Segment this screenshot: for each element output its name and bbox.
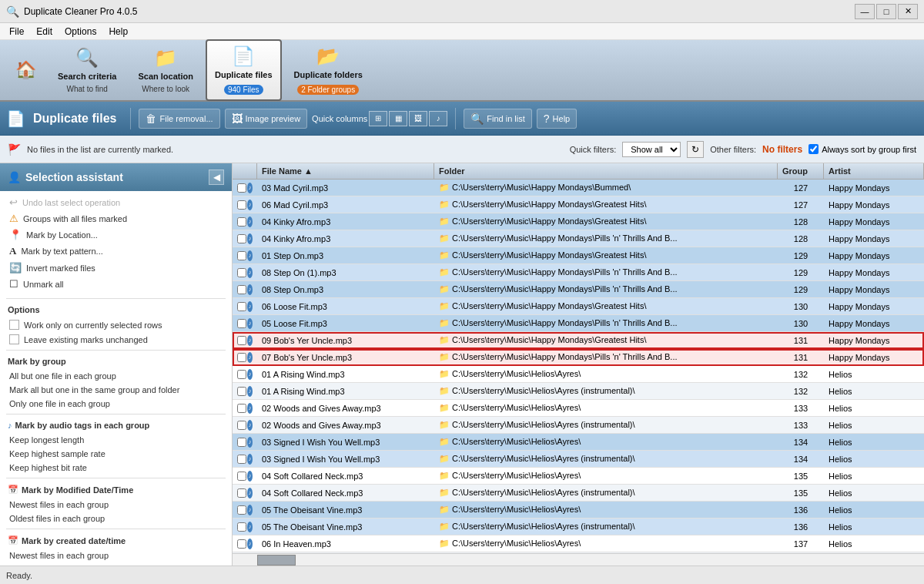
table-row[interactable]: ♪ 02 Woods and Gives Away.mp3 📁C:\Users\… [233,417,924,434]
always-sort-label[interactable]: Always sort by group first [808,144,916,154]
invert-marked-button[interactable]: 🔄 Invert marked files [0,260,232,276]
undo-button[interactable]: ↩ Undo last select operation [0,194,232,210]
row-check-19[interactable]: ♪ [233,486,257,500]
menu-edit[interactable]: Edit [30,25,59,39]
row-check-4[interactable]: ♪ [233,232,257,246]
col-header-artist[interactable]: Artist [824,163,924,179]
row-checkbox-6[interactable] [237,268,246,277]
col-header-filename[interactable]: File Name ▲ [257,163,434,179]
menu-options[interactable]: Options [59,25,102,39]
row-check-9[interactable]: ♪ [233,317,257,331]
horizontal-scrollbar[interactable] [233,553,924,566]
row-check-8[interactable]: ♪ [233,300,257,314]
all-but-one-folder-button[interactable]: Mark all but one in the same group and f… [0,383,232,397]
work-only-selected-option[interactable]: Work only on currently selected rows [0,317,232,332]
row-checkbox-17[interactable] [237,455,246,464]
col-icon-grid[interactable]: ⊞ [369,111,387,126]
table-row[interactable]: ♪ 05 The Obeisant Vine.mp3 📁C:\Users\ter… [233,502,924,519]
table-row[interactable]: ♪ 01 Step On.mp3 📁C:\Users\terry\Music\H… [233,247,924,264]
keep-longest-button[interactable]: Keep longest length [0,433,232,447]
row-checkbox-5[interactable] [237,251,246,260]
col-header-group[interactable]: Group [778,163,824,179]
row-checkbox-2[interactable] [237,200,246,210]
table-row[interactable]: ♪ 04 Kinky Afro.mp3 📁C:\Users\terry\Musi… [233,230,924,247]
row-checkbox-14[interactable] [237,404,246,413]
row-checkbox-22[interactable] [237,539,246,549]
table-row[interactable]: ♪ 03 Signed I Wish You Well.mp3 📁C:\User… [233,451,924,468]
row-checkbox-7[interactable] [237,285,246,294]
row-checkbox-20[interactable] [237,505,246,515]
table-row[interactable]: ♪ 01 A Rising Wind.mp3 📁C:\Users\terry\M… [233,366,924,383]
row-check-3[interactable]: ♪ [233,215,257,229]
row-checkbox-18[interactable] [237,472,246,481]
mark-by-text-button[interactable]: A Mark by text pattern... [0,243,232,260]
row-check-1[interactable]: ♪ [233,181,257,195]
row-check-17[interactable]: ♪ [233,452,257,466]
table-row[interactable]: ♪ 03 Mad Cyril.mp3 📁C:\Users\terry\Music… [233,180,924,196]
col-header-folder[interactable]: Folder [434,163,778,179]
keep-highest-sample-button[interactable]: Keep highest sample rate [0,447,232,461]
row-checkbox-16[interactable] [237,438,246,447]
quick-filters-select[interactable]: Show all [622,142,681,157]
row-check-10[interactable]: ♪ [233,334,257,347]
row-check-5[interactable]: ♪ [233,249,257,263]
table-row[interactable]: ♪ 03 Signed I Wish You Well.mp3 📁C:\User… [233,434,924,451]
refresh-button[interactable]: ↻ [687,141,704,158]
row-check-16[interactable]: ♪ [233,435,257,449]
menu-help[interactable]: Help [102,25,134,39]
all-but-one-button[interactable]: All but one file in each group [0,369,232,383]
newest-files-button[interactable]: Newest files in each group [0,498,232,512]
row-check-21[interactable]: ♪ [233,520,257,534]
row-checkbox-10[interactable] [237,336,246,345]
row-checkbox-11[interactable] [237,353,246,362]
search-criteria-button[interactable]: 🔍 Search criteria What to find [49,41,126,99]
leave-existing-option[interactable]: Leave existing marks unchanged [0,332,232,347]
table-row[interactable]: ♪ 07 Bob's Yer Uncle.mp3 📁C:\Users\terry… [233,349,924,366]
row-checkbox-8[interactable] [237,302,246,311]
row-check-12[interactable]: ♪ [233,368,257,381]
only-one-button[interactable]: Only one file in each group [0,397,232,411]
mark-by-location-button[interactable]: 📍 Mark by Location... [0,227,232,243]
row-check-11[interactable]: ♪ [233,351,257,364]
table-row[interactable]: ♪ 04 Soft Collared Neck.mp3 📁C:\Users\te… [233,485,924,502]
table-row[interactable]: ♪ 01 A Rising Wind.mp3 📁C:\Users\terry\M… [233,383,924,400]
close-button[interactable]: ✕ [898,4,918,19]
sidebar-collapse-button[interactable]: ◀ [209,169,224,185]
leave-existing-checkbox[interactable] [9,334,19,344]
find-in-list-button[interactable]: 🔍 Find in list [464,109,532,129]
row-check-18[interactable]: ♪ [233,469,257,483]
table-row[interactable]: ♪ 06 Mad Cyril.mp3 📁C:\Users\terry\Music… [233,196,924,213]
table-row[interactable]: ♪ 08 Step On (1).mp3 📁C:\Users\terry\Mus… [233,264,924,281]
table-row[interactable]: ♪ 06 In Heaven.mp3 📁C:\Users\terry\Music… [233,535,924,552]
newest-created-button[interactable]: Newest files in each group [0,549,232,562]
row-checkbox-3[interactable] [237,217,246,227]
table-row[interactable]: ♪ 04 Soft Collared Neck.mp3 📁C:\Users\te… [233,468,924,485]
table-row[interactable]: ♪ 06 Loose Fit.mp3 📁C:\Users\terry\Music… [233,298,924,315]
col-icon-music[interactable]: ♪ [429,111,447,126]
duplicate-files-button[interactable]: 📄 Duplicate files 940 Files [206,39,282,101]
menu-file[interactable]: File [3,25,30,39]
table-row[interactable]: ♪ 02 Woods and Gives Away.mp3 📁C:\Users\… [233,400,924,417]
row-check-15[interactable]: ♪ [233,418,257,432]
scan-location-button[interactable]: 📁 Scan location Where to look [129,41,203,99]
row-check-22[interactable]: ♪ [233,537,257,551]
duplicate-folders-button[interactable]: 📂 Duplicate folders 2 Folder groups [285,39,372,101]
keep-highest-bit-button[interactable]: Keep highest bit rate [0,461,232,475]
table-row[interactable]: ♪ 08 Step On.mp3 📁C:\Users\terry\Music\H… [233,281,924,298]
always-sort-checkbox[interactable] [808,144,819,154]
row-checkbox-15[interactable] [237,421,246,430]
row-check-6[interactable]: ♪ [233,266,257,280]
groups-all-marked-button[interactable]: ⚠ Groups with all files marked [0,210,232,227]
help-button[interactable]: ? Help [537,109,577,129]
row-checkbox-19[interactable] [237,488,246,498]
col-icon-table[interactable]: ▦ [389,111,407,126]
row-checkbox-21[interactable] [237,522,246,532]
row-check-20[interactable]: ♪ [233,503,257,517]
row-checkbox-9[interactable] [237,319,246,328]
table-row[interactable]: ♪ 04 Kinky Afro.mp3 📁C:\Users\terry\Musi… [233,213,924,230]
row-checkbox-4[interactable] [237,234,246,243]
col-icon-image[interactable]: 🖼 [409,111,427,126]
h-scroll-thumb[interactable] [257,555,296,566]
row-checkbox-12[interactable] [237,370,246,379]
table-row[interactable]: ♪ 09 Bob's Yer Uncle.mp3 📁C:\Users\terry… [233,332,924,349]
